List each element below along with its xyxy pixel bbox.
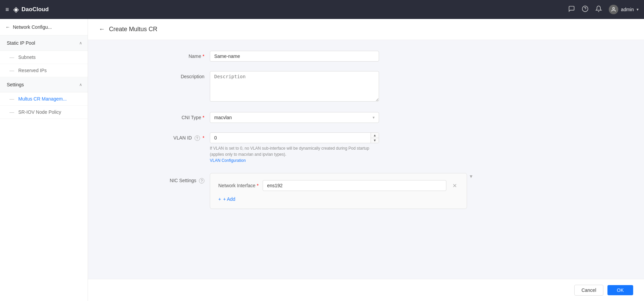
- vlan-id-spinner: ▲ ▼: [210, 132, 379, 143]
- user-menu[interactable]: admin ▾: [609, 5, 639, 14]
- nic-settings-label: NIC Settings ?: [156, 173, 210, 184]
- add-label: + Add: [223, 196, 235, 202]
- sidebar-section-label: Static IP Pool: [7, 40, 35, 46]
- form-row-vlan-id: VLAN ID ? * ▲ ▼ If VLAN is set to 0, no …: [156, 132, 624, 164]
- form-footer: Cancel OK: [88, 279, 644, 301]
- page-title: Create Multus CR: [109, 26, 157, 33]
- spinner-buttons: ▲ ▼: [371, 133, 379, 143]
- page-back-button[interactable]: ←: [99, 26, 105, 33]
- description-field-wrap: [210, 71, 379, 103]
- top-navigation: ≡ ◈ DaoCloud admin ▾: [0, 0, 644, 19]
- spinner-down-button[interactable]: ▼: [371, 138, 379, 143]
- app-name: DaoCloud: [22, 6, 49, 13]
- vlan-help-icon[interactable]: ?: [195, 135, 200, 141]
- sidebar-item-reserved-ips[interactable]: — Reserved IPs: [0, 64, 88, 77]
- description-input[interactable]: [210, 71, 379, 102]
- page-header: ← Create Multus CR: [88, 19, 644, 40]
- cni-type-label: CNI Type*: [156, 112, 210, 120]
- plus-icon: +: [218, 196, 221, 202]
- bell-icon[interactable]: [595, 5, 602, 14]
- sidebar-section-static-ip-pool[interactable]: Static IP Pool ∧: [0, 36, 88, 51]
- nic-remove-button[interactable]: ✕: [450, 181, 459, 190]
- dash-icon: —: [9, 96, 14, 102]
- logo-area: ◈ DaoCloud: [13, 5, 49, 14]
- form-row-description: Description: [156, 71, 624, 103]
- logo-icon: ◈: [13, 5, 19, 14]
- avatar: [609, 5, 618, 14]
- nic-interface-row: Network Interface* ✕: [218, 180, 459, 191]
- vlan-id-input[interactable]: [210, 132, 379, 143]
- content-area: ← Create Multus CR Name* Description: [88, 19, 644, 301]
- vlan-config-link[interactable]: VLAN Configuration: [210, 158, 246, 163]
- sidebar-section-label: Settings: [7, 82, 24, 87]
- sidebar-item-label: Reserved IPs: [18, 68, 47, 73]
- vlan-id-field-wrap: ▲ ▼ If VLAN is set to 0, no VLAN sub-int…: [210, 132, 379, 164]
- name-input[interactable]: [210, 51, 379, 62]
- description-label: Description: [156, 71, 210, 79]
- svg-point-2: [613, 7, 614, 9]
- chevron-down-icon: ▾: [373, 115, 375, 120]
- user-name: admin: [621, 7, 634, 12]
- sidebar-section-settings[interactable]: Settings ∧: [0, 77, 88, 92]
- spinner-up-button[interactable]: ▲: [371, 133, 379, 138]
- nic-help-icon[interactable]: ?: [199, 178, 204, 184]
- dash-icon: —: [9, 55, 14, 60]
- cni-type-field-wrap: macvlan ▾: [210, 112, 379, 123]
- dash-icon: —: [9, 68, 14, 73]
- ok-button[interactable]: OK: [607, 285, 633, 295]
- name-label: Name*: [156, 51, 210, 59]
- scroll-down-icon: ▾: [470, 173, 472, 179]
- chevron-up-icon: ∧: [79, 41, 82, 45]
- back-arrow-icon: ←: [5, 24, 10, 30]
- sidebar-item-label: Subnets: [18, 55, 36, 60]
- vlan-id-label: VLAN ID ? *: [156, 132, 210, 141]
- chevron-up-icon: ∧: [79, 82, 82, 87]
- cni-type-value: macvlan: [214, 115, 232, 120]
- sidebar-item-subnets[interactable]: — Subnets: [0, 51, 88, 64]
- form-area: Name* Description CNI Type*: [88, 40, 644, 279]
- network-interface-input[interactable]: [263, 180, 446, 191]
- sidebar: ← Network Configu... Static IP Pool ∧ — …: [0, 19, 88, 301]
- cancel-button[interactable]: Cancel: [574, 285, 603, 296]
- user-chevron-icon: ▾: [637, 7, 639, 12]
- sidebar-item-label: Multus CR Managem...: [18, 96, 67, 102]
- name-field-wrap: [210, 51, 379, 62]
- dash-icon: —: [9, 109, 14, 115]
- add-nic-button[interactable]: + + Add: [218, 196, 235, 202]
- nic-settings-box: Network Interface* ✕ + + Add: [210, 173, 467, 209]
- form-row-name: Name*: [156, 51, 624, 62]
- sidebar-item-multus-cr[interactable]: — Multus CR Managem...: [0, 92, 88, 106]
- hamburger-icon[interactable]: ≡: [5, 6, 9, 13]
- sidebar-item-label: SR-IOV Node Policy: [18, 109, 61, 115]
- vlan-hint: If VLAN is set to 0, no VLAN sub-interfa…: [210, 145, 379, 164]
- form-row-nic-settings: NIC Settings ? Network Interface* ✕ + + …: [156, 173, 624, 209]
- help-icon[interactable]: [582, 5, 589, 14]
- cni-type-select[interactable]: macvlan ▾: [210, 112, 379, 123]
- message-icon[interactable]: [568, 5, 575, 14]
- sidebar-back-button[interactable]: ← Network Configu...: [0, 19, 88, 36]
- form-row-cni-type: CNI Type* macvlan ▾: [156, 112, 624, 123]
- sidebar-item-sr-iov[interactable]: — SR-IOV Node Policy: [0, 106, 88, 119]
- network-interface-label: Network Interface*: [218, 183, 259, 188]
- sidebar-back-label: Network Configu...: [13, 24, 52, 30]
